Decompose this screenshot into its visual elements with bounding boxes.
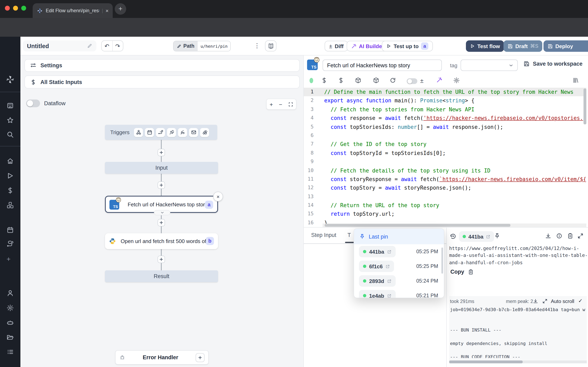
editor-settings-icon[interactable] [453,77,460,83]
tab-test-partial[interactable]: T [347,232,352,238]
add-step-button[interactable] [158,182,165,189]
log-scrollbar[interactable] [449,360,523,363]
clipboard-icon[interactable] [567,233,573,239]
sidebar-item-account[interactable] [7,290,14,297]
sidebar-item-apps[interactable] [7,102,14,109]
tab-step-input[interactable]: Step Input [311,232,336,238]
sidebar-item-folders[interactable] [7,334,14,341]
insert-variable-icon[interactable] [321,77,328,83]
new-tab-button[interactable]: + [115,3,126,15]
kafka-trigger-icon[interactable] [178,128,187,137]
diff-mode-toggle[interactable] [407,78,417,84]
pin-history-item[interactable]: 2893d05:24 PM [354,274,444,288]
library-icon[interactable] [572,77,579,83]
draft-button[interactable]: Draft ⌘S [503,40,543,52]
add-step-button[interactable] [158,149,165,156]
flow-settings-button[interactable]: Settings [25,59,300,72]
code-editor[interactable]: 1// Define the main function to fetch th… [304,88,586,227]
result-node[interactable]: Result [105,270,218,282]
external-link-icon[interactable] [486,234,490,239]
save-to-workspace-button[interactable]: Save to workspace [523,61,582,67]
poll-trigger-icon[interactable] [200,128,209,137]
add-step-button[interactable] [158,219,165,226]
tab-close-icon[interactable]: × [105,8,109,14]
info-icon[interactable] [556,233,562,239]
route-trigger-icon[interactable] [156,128,165,137]
tag-select[interactable] [461,59,518,71]
sidebar-item-workers[interactable] [7,319,14,326]
package-icon[interactable] [373,77,379,83]
flow-name-button[interactable]: Untitled [23,40,96,51]
history-icon[interactable] [450,233,457,240]
more-options-icon[interactable]: ⋮ [254,42,260,49]
sidebar-item-search[interactable] [7,131,14,138]
expand-logs-icon[interactable] [542,299,548,304]
pin-history-item[interactable]: 6f1c605:25 PM [354,259,444,274]
ai-wand-icon[interactable] [436,77,442,83]
schedule-trigger-icon[interactable] [145,128,154,137]
download-logs-icon[interactable] [533,299,538,304]
external-link-icon[interactable] [386,264,390,268]
all-static-inputs-button[interactable]: All Static Inputs [25,75,300,89]
sidebar-item-favorites[interactable] [7,117,14,124]
triggers-node[interactable]: Triggers [105,125,217,140]
docs-book-button[interactable] [265,40,277,51]
sidebar-item-home[interactable] [7,157,14,165]
websocket-trigger-icon[interactable] [167,128,176,137]
input-node[interactable]: Input [105,162,218,174]
diff-button[interactable]: ± Diff [325,41,348,51]
deploy-button[interactable]: Deploy [544,40,588,52]
collapse-step-chevron[interactable] [154,210,170,215]
sidebar-item-flows[interactable] [7,241,14,248]
email-trigger-icon[interactable] [189,128,198,137]
pin-history-item[interactable]: 441ba05:25 PM [354,244,444,259]
webhook-trigger-icon[interactable] [134,128,143,137]
sidebar-item-settings[interactable] [7,304,14,312]
expand-icon[interactable] [577,233,584,239]
sidebar-item-schedules[interactable] [7,226,14,234]
external-link-icon[interactable] [387,293,392,298]
diff-icon[interactable]: ± [420,77,424,84]
delete-step-button[interactable]: × [213,192,223,201]
pin-history-item[interactable]: 1e4ab05:21 PM [354,288,444,298]
zoom-in-icon[interactable]: + [270,101,273,108]
insert-resource-icon[interactable] [338,77,344,83]
fit-view-icon[interactable] [288,102,293,107]
copy-result-button[interactable]: Copy [450,269,474,275]
sidebar-item-variables[interactable] [7,187,14,194]
add-step-button[interactable] [158,256,165,263]
dropdown-scrollbar[interactable] [441,248,443,274]
undo-button[interactable]: ↶ [102,41,112,51]
reload-icon[interactable] [389,77,396,83]
window-zoom-button[interactable] [21,6,26,11]
code-vscrollbar[interactable] [584,89,586,124]
ai-wand-icon [351,43,356,49]
sidebar-item-resources[interactable] [7,201,14,209]
code-hscrollbar[interactable] [325,224,510,227]
sidebar-item-runs[interactable] [7,172,14,179]
test-up-to-button[interactable]: Test up to a [382,41,433,51]
window-minimize-button[interactable] [13,6,18,11]
download-icon[interactable] [545,233,551,239]
package-icon[interactable] [355,77,361,83]
add-error-handler-button[interactable] [196,353,205,362]
sidebar-item-add[interactable]: + [7,255,14,263]
step-node-b[interactable]: Open url and fetch first 500 words of ..… [105,233,218,249]
dataflow-toggle[interactable] [26,100,40,107]
zoom-out-icon[interactable]: − [279,101,282,108]
step-title-input[interactable]: Fetch url of HackerNews top story [323,59,442,71]
error-handler-node[interactable]: Error Handler [115,350,209,365]
path-widget[interactable]: Path u/henri/pin [173,41,231,51]
run-id-pill[interactable]: 441ba [459,231,494,242]
external-link-icon[interactable] [387,279,392,283]
browser-tab[interactable]: Edit Flow u/henri/pin_results | × [33,3,113,18]
autoscroll-checkbox[interactable]: ✓ [578,298,583,304]
redo-button[interactable]: ↷ [112,41,123,51]
window-close-button[interactable] [5,6,10,11]
external-link-icon[interactable] [387,249,392,254]
pin-icon[interactable] [494,233,500,239]
test-flow-button[interactable]: Test flow [466,40,504,52]
windmill-logo[interactable] [5,75,15,84]
last-pin-option[interactable]: Last pin [354,229,444,244]
sidebar-item-audit-logs[interactable] [7,348,14,356]
